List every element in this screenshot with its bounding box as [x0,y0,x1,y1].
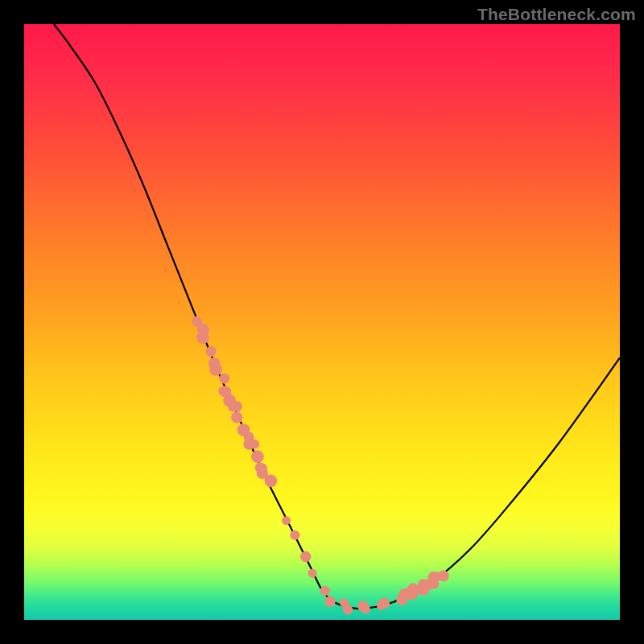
data-dot [250,440,259,449]
data-dot [200,324,209,334]
bottleneck-curve [54,24,620,609]
data-dot [420,584,430,593]
data-dot [231,411,242,423]
data-dot [361,605,370,613]
data-dot [282,516,291,525]
data-dot [429,574,439,584]
data-dot [206,346,216,356]
data-dot [218,386,228,396]
data-dot [343,605,353,614]
data-dot [398,596,407,605]
data-dot [300,551,311,562]
data-dot [258,463,267,473]
data-dot [251,450,264,463]
data-dot [228,402,237,411]
chart-container: TheBottleneck.com [0,0,644,644]
watermark-text: TheBottleneck.com [477,5,636,24]
data-dot [212,365,221,375]
data-dot [320,586,330,596]
curve-group [54,24,620,609]
plot-area [24,24,620,620]
data-dot [219,374,229,384]
data-dot [308,569,317,578]
chart-svg [24,24,620,620]
data-dot [324,597,335,607]
data-dot [438,570,449,581]
data-dot [404,588,414,597]
data-dot [379,598,390,609]
dots-group [192,316,449,615]
data-dot [290,530,299,540]
data-dot [239,425,249,435]
data-dot [264,474,277,487]
